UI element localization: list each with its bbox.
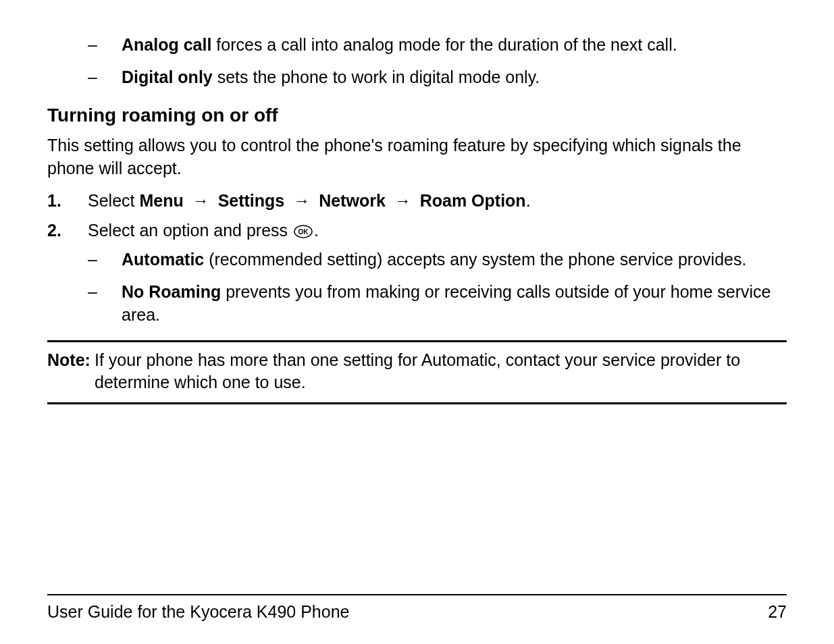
list-item: – No Roaming prevents you from making or… [47,281,787,327]
list-item: – Analog call forces a call into analog … [47,34,787,57]
dash-icon: – [88,281,122,304]
step-item: 2. Select an option and press OK. [47,219,787,242]
arrow-icon: → [192,190,209,213]
page-footer: User Guide for the Kyocera K490 Phone 27 [47,594,787,624]
top-bullet-list: – Analog call forces a call into analog … [47,34,787,89]
page-number: 27 [768,601,787,624]
step-text: Select Menu → Settings → Network → Roam … [88,190,787,213]
ok-button-icon: OK [294,225,313,238]
list-item-text: Digital only sets the phone to work in d… [122,66,787,89]
dash-icon: – [88,66,122,89]
step-number: 1. [47,190,88,213]
arrow-icon: → [394,190,411,213]
list-item-text: Automatic (recommended setting) accepts … [122,248,787,271]
svg-text:OK: OK [298,228,309,236]
intro-paragraph: This setting allows you to control the p… [47,134,787,180]
list-item-text: Analog call forces a call into analog mo… [122,34,787,57]
dash-icon: – [88,248,122,271]
note-box: Note: If your phone has more than one se… [47,340,787,405]
arrow-icon: → [293,190,310,213]
step-text: Select an option and press OK. [88,219,787,242]
step-number: 2. [47,219,88,242]
list-item: – Automatic (recommended setting) accept… [47,248,787,271]
sub-bullet-list: – Automatic (recommended setting) accept… [47,248,787,326]
note-label: Note: [47,349,95,372]
dash-icon: – [88,34,122,57]
note-text: If your phone has more than one setting … [95,349,787,395]
numbered-steps: 1. Select Menu → Settings → Network → Ro… [47,190,787,242]
step-item: 1. Select Menu → Settings → Network → Ro… [47,190,787,213]
list-item: – Digital only sets the phone to work in… [47,66,787,89]
list-item-text: No Roaming prevents you from making or r… [122,281,787,327]
section-heading: Turning roaming on or off [47,103,787,128]
footer-title: User Guide for the Kyocera K490 Phone [47,601,350,624]
